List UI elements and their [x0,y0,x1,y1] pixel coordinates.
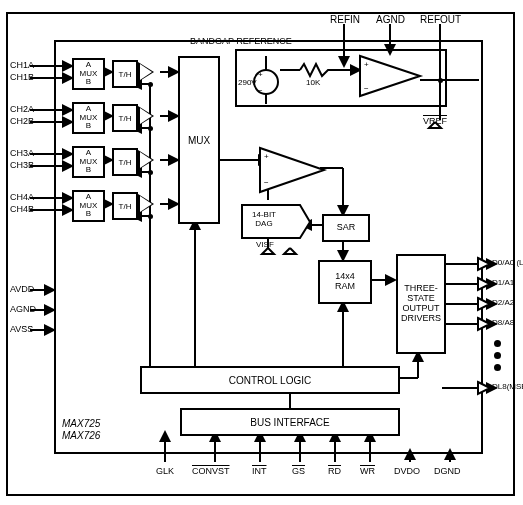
drivers-block: THREE- STATE OUTPUT DRIVERS [396,254,446,354]
pin-ch1b: CH1B [10,72,34,82]
pin-agnd-top: AGND [376,14,405,25]
th-4: T/H [112,192,138,220]
junction-dot [148,126,153,131]
bandgap-label: BANDGAP REFERENCE [190,36,292,46]
dac-block: 14-BIT DAG [252,210,276,228]
junction-dot [148,214,153,219]
pin-ch4a: CH4A [10,192,34,202]
pin-d8: D8/A8 [492,318,514,327]
pin-ch4b: CH4B [10,204,34,214]
buffer-icon-3 [138,150,154,170]
ellipsis-dot [494,340,501,347]
mux-block: MUX [178,56,220,224]
opamp-minus: − [364,84,369,93]
pin-ch2b: CH2B [10,116,34,126]
pin-d0: D0/A0 (LSB) [492,258,523,267]
amux-b: B [86,78,91,87]
pin-avdd: AVDD [10,284,34,294]
buffer-icon-2 [138,106,154,126]
th-3: T/H [112,148,138,176]
part-model-1: MAX725 [62,418,100,429]
junction-dot [148,170,153,175]
pin-ch1a: CH1A [10,60,34,70]
r10k-label: 10K [306,78,320,87]
buffer-icon-1 [138,62,154,82]
vsrc-minus: − [258,86,263,95]
comp-plus: + [264,152,269,161]
amux-2: AMUXB [72,102,105,134]
bus-interface-block: BUS INTERFACE [180,408,400,436]
ellipsis-dot [494,352,501,359]
pin-avss: AVSS [10,324,33,334]
pin-rd: RD [328,466,341,476]
visf-label: VISF [256,240,274,249]
amux-3: AMUXB [72,146,105,178]
pin-ch3b: CH3B [10,160,34,170]
pin-dvdo: DVDO [394,466,420,476]
pin-vref: VREF [423,116,447,126]
pin-gs: GS [292,466,305,476]
junction-dot [148,82,153,87]
pin-glk: GLK [156,466,174,476]
opamp-plus: + [364,60,369,69]
pin-dl8: DL8(MSB) [492,382,523,391]
pin-ch2a: CH2A [10,104,34,114]
pin-int: INT [252,466,267,476]
ellipsis-dot [494,364,501,371]
pin-agnd-left: AGND [10,304,36,314]
pin-convst: CONVST [192,466,230,476]
buffer-icon-4 [138,194,154,214]
vsrc-plus: + [258,70,263,79]
pin-refout: REFOUT [420,14,461,25]
th-2: T/H [112,104,138,132]
junction-dot [438,78,443,83]
ram-block: 14x4 RAM [318,260,372,304]
pin-d1: D1/A1 [492,278,514,287]
pin-wr: WR [360,466,375,476]
amux-4: AMUXB [72,190,105,222]
comp-minus: − [264,178,269,187]
pin-dgnd: DGND [434,466,461,476]
pin-ch3a: CH3A [10,148,34,158]
control-logic-block: CONTROL LOGIC [140,366,400,394]
v290-label: 290V [238,78,257,87]
part-model-2: MAX726 [62,430,100,441]
th-1: T/H [112,60,138,88]
amux-1: A MUX B [72,58,105,90]
pin-refin: REFIN [330,14,360,25]
pin-d2: D2/A2 [492,298,514,307]
sar-block: SAR [322,214,370,242]
